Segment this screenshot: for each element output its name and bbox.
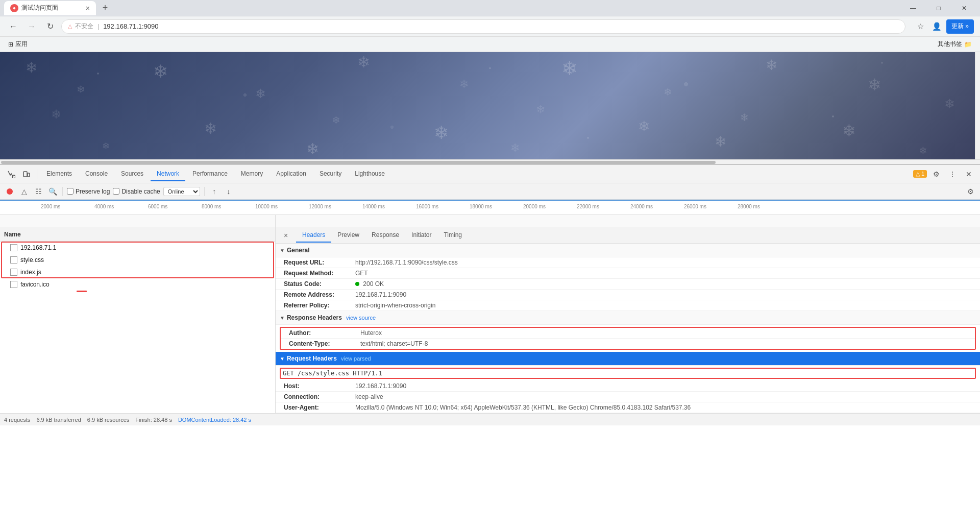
apps-label: 应用 [15, 40, 28, 49]
tab-application[interactable]: Application [270, 167, 312, 181]
file-checkbox-0[interactable] [10, 244, 17, 251]
close-button[interactable]: ✕ [952, 0, 976, 16]
request-headers-section-header[interactable]: ▼ Request Headers view parsed [276, 352, 980, 366]
timeline: 2000 ms 4000 ms 6000 ms 8000 ms 10000 ms… [0, 200, 980, 215]
svg-text:❄: ❄ [510, 141, 520, 154]
devtools-more-btn[interactable]: ⋮ [945, 167, 960, 181]
general-val-2: 200 OK [355, 280, 972, 288]
close-panel-btn[interactable]: × [280, 229, 292, 242]
warning-badge: △ 1 [913, 170, 927, 178]
account-button[interactable]: 👤 [930, 19, 944, 34]
preserve-log-checkbox[interactable] [67, 188, 74, 195]
view-parsed-link[interactable]: view parsed [341, 355, 371, 362]
other-bookmarks[interactable]: 其他书签 📁 [934, 39, 976, 50]
general-val-1: GET [355, 270, 972, 277]
response-val-1: text/html; charset=UTF-8 [360, 340, 967, 347]
general-field-3: Remote Address: 192.168.71.1:9090 [276, 290, 980, 300]
disable-cache-label[interactable]: Disable cache [113, 188, 160, 195]
throttle-select[interactable]: Online Fast 3G Slow 3G Offline [163, 187, 200, 196]
svg-text:❄: ❄ [153, 61, 168, 81]
back-button[interactable]: ← [6, 19, 20, 34]
bookmark-button[interactable]: ☆ [914, 19, 928, 34]
disable-cache-checkbox[interactable] [113, 188, 119, 195]
file-item-0[interactable]: 192.168.71.1 [0, 242, 275, 254]
tab-security[interactable]: Security [313, 167, 348, 181]
tab-network[interactable]: Network [151, 167, 185, 181]
general-section-header[interactable]: ▼ General [276, 244, 980, 257]
minimize-button[interactable]: — [901, 0, 925, 16]
horizontal-scrollbar[interactable] [0, 159, 980, 164]
address-input-wrap[interactable]: △ 不安全 | 192.168.71.1:9090 [61, 19, 905, 34]
devtools-panel: Elements Console Sources Network Perform… [0, 164, 980, 425]
tab-close-btn[interactable]: × [86, 4, 90, 12]
new-tab-button[interactable]: + [98, 1, 112, 15]
response-headers-box: Author: Huterox Content-Type: text/html;… [280, 327, 976, 350]
export-button[interactable]: ↓ [223, 186, 234, 197]
preserve-log-label[interactable]: Preserve log [67, 188, 110, 195]
refresh-button[interactable]: ↻ [43, 19, 57, 34]
panel-tab-initiator[interactable]: Initiator [405, 228, 437, 243]
record-button[interactable] [4, 186, 15, 197]
address-right: ☆ 👤 更新 » [914, 19, 974, 34]
clear-button[interactable]: △ [18, 186, 30, 197]
file-item-1[interactable]: style.css [0, 254, 275, 266]
filter-button[interactable]: ☷ [33, 186, 44, 197]
tab-elements[interactable]: Elements [40, 167, 78, 181]
panel-tab-headers[interactable]: Headers [296, 228, 331, 243]
inspect-element-btn[interactable] [4, 167, 18, 181]
tab-lighthouse[interactable]: Lighthouse [349, 167, 391, 181]
disable-cache-text: Disable cache [121, 188, 160, 195]
tab-console[interactable]: Console [79, 167, 114, 181]
apps-grid-icon: ⊞ [8, 41, 13, 48]
title-bar: ● 测试访问页面 × + — □ ✕ [0, 0, 980, 16]
headers-panel: × Headers Preview Response Initiator Tim… [276, 227, 980, 413]
general-section-title: General [287, 247, 310, 254]
marker-16000: 16000 ms [416, 204, 438, 209]
tab-performance[interactable]: Performance [186, 167, 234, 181]
response-key-1: Content-Type: [289, 340, 360, 347]
search-button[interactable]: 🔍 [47, 186, 58, 197]
marker-26000: 26000 ms [684, 204, 706, 209]
file-list-header-text: Name [4, 231, 21, 238]
network-settings-btn[interactable]: ⚙ [965, 186, 976, 197]
waterfall-name-cell [0, 215, 276, 227]
file-item-2[interactable]: index.js [0, 266, 275, 278]
tab-title: 测试访问页面 [21, 4, 58, 12]
view-source-link[interactable]: view source [346, 315, 376, 321]
update-button[interactable]: 更新 » [946, 19, 974, 34]
file-items-container: 192.168.71.1 style.css index.js [0, 242, 275, 278]
panel-tab-timing[interactable]: Timing [437, 228, 468, 243]
tab-memory[interactable]: Memory [235, 167, 269, 181]
marker-8000: 8000 ms [202, 204, 221, 209]
response-headers-section-header[interactable]: ▼ Response Headers view source [276, 311, 980, 325]
file-item-3[interactable]: favicon.ico [0, 278, 275, 291]
devtools-settings-btn[interactable]: ⚙ [929, 167, 943, 181]
browser-tab[interactable]: ● 测试访问页面 × [4, 1, 96, 15]
svg-text:❄: ❄ [842, 122, 856, 140]
file-checkbox-3[interactable] [10, 281, 17, 288]
finish-time: Finish: 28.48 s [135, 417, 172, 423]
file-list-header: Name [0, 227, 275, 242]
domcontentloaded-time[interactable]: DOMContentLoaded: 28.42 s [178, 417, 251, 423]
tab-sources[interactable]: Sources [115, 167, 150, 181]
svg-text:❄: ❄ [255, 86, 266, 101]
marker-12000: 12000 ms [309, 204, 331, 209]
devtools-close-btn[interactable]: ✕ [962, 167, 976, 181]
panel-tab-preview[interactable]: Preview [331, 228, 365, 243]
marker-14000: 14000 ms [362, 204, 385, 209]
svg-text:❄: ❄ [944, 97, 955, 111]
panel-tab-response[interactable]: Response [365, 228, 405, 243]
svg-text:❄: ❄ [715, 134, 726, 150]
apps-bookmark[interactable]: ⊞ 应用 [4, 39, 32, 50]
file-checkbox-1[interactable] [10, 256, 17, 264]
maximize-button[interactable]: □ [927, 0, 950, 16]
svg-text:❄: ❄ [664, 86, 672, 98]
marker-18000: 18000 ms [470, 204, 492, 209]
device-toolbar-btn[interactable] [19, 167, 34, 181]
import-button[interactable]: ↑ [209, 186, 220, 197]
devtools-right-controls: △ 1 ⚙ ⋮ ✕ [913, 167, 976, 181]
forward-button[interactable]: → [24, 19, 39, 34]
file-checkbox-2[interactable] [10, 269, 17, 276]
general-val-3: 192.168.71.1:9090 [355, 291, 972, 298]
vertical-scrollbar[interactable] [975, 52, 980, 159]
